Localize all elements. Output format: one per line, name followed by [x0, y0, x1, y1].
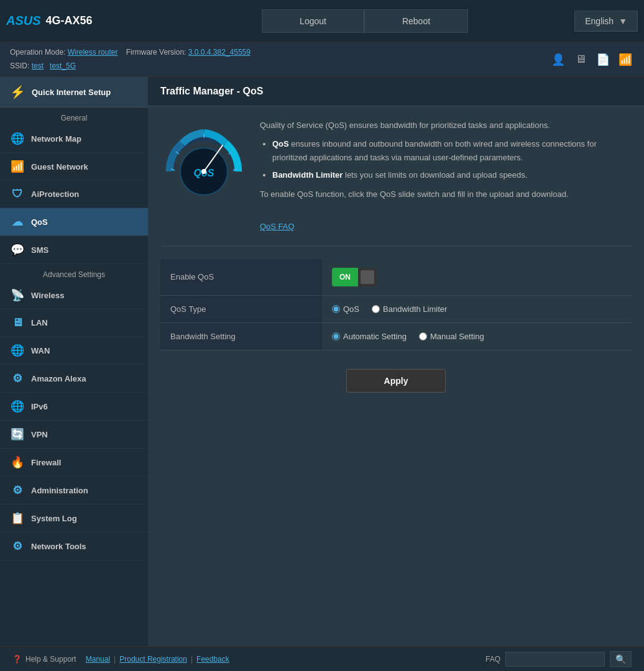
sidebar-item-label: VPN [31, 430, 48, 439]
quick-internet-setup[interactable]: ⚡ Quick Internet Setup [0, 77, 148, 107]
qos-type-qos-radio[interactable] [332, 305, 340, 313]
manual-setting-option[interactable]: Manual Setting [419, 332, 484, 341]
asus-logo: ASUS [6, 14, 41, 28]
lan-icon: 🖥 [10, 316, 25, 329]
qos-type-label: QoS Type [160, 295, 322, 322]
manual-link[interactable]: Manual [86, 655, 110, 664]
sidebar-item-label: Wireless [31, 291, 64, 300]
qos-faq-link[interactable]: QoS FAQ [260, 222, 295, 231]
auto-setting-label: Automatic Setting [343, 332, 407, 341]
manual-setting-label: Manual Setting [430, 332, 484, 341]
operation-mode-value[interactable]: Wireless router [68, 48, 118, 57]
qos-type-bandwidth-radio[interactable] [372, 305, 380, 313]
ssid5g-value[interactable]: test_5G [50, 62, 76, 70]
apply-button-container: Apply [160, 363, 632, 405]
signal-icon: 📶 [617, 51, 634, 68]
content-inner: QoS Quality of Service (QoS) ensures ban… [148, 106, 644, 418]
qos-bullet1: QoS ensures inbound and outbound bandwid… [272, 137, 632, 165]
sidebar-item-label: Network Tools [31, 542, 86, 551]
sidebar-item-administration[interactable]: ⚙ Administration [0, 477, 148, 504]
sidebar-item-label: Network Map [31, 134, 81, 144]
sidebar-item-wan[interactable]: 🌐 WAN [0, 337, 148, 365]
info-bar: Operation Mode: Wireless router Firmware… [0, 42, 644, 77]
product-registration-link[interactable]: Product Registration [119, 655, 187, 664]
logo-area: ASUS 4G-AX56 [6, 14, 155, 28]
ssid-value[interactable]: test [32, 62, 44, 70]
administration-icon: ⚙ [10, 483, 25, 497]
qos-bullet2: Bandwidth Limiter lets you set limits on… [272, 168, 632, 182]
monitor-icon: 🖥 [572, 51, 589, 68]
sidebar-item-wireless[interactable]: 📡 Wireless [0, 281, 148, 309]
top-buttons: Logout Reboot [155, 9, 574, 33]
qos-image: QoS [160, 119, 247, 199]
language-label: English [585, 16, 614, 26]
ipv6-icon: 🌐 [10, 399, 25, 413]
top-bar: ASUS 4G-AX56 Logout Reboot English ▼ [0, 0, 644, 42]
enable-note: To enable QoS function, click the QoS sl… [260, 188, 632, 201]
sidebar-item-label: IPv6 [31, 402, 48, 411]
sidebar-item-label: System Log [31, 514, 77, 523]
firewall-icon: 🔥 [10, 455, 25, 469]
qos-description: Quality of Service (QoS) ensures bandwid… [260, 119, 632, 234]
qos-icon: ☁ [10, 215, 25, 229]
qos-type-qos-option[interactable]: QoS [332, 304, 359, 314]
footer-sep3: | [191, 655, 193, 664]
faq-search-button[interactable]: 🔍 [610, 651, 632, 667]
sidebar-item-label: WAN [31, 346, 50, 355]
auto-setting-radio[interactable] [332, 332, 340, 340]
bandwidth-setting-row: Bandwidth Setting Automatic Setting Manu… [160, 322, 632, 350]
footer: ❓ Help & Support Manual | Product Regist… [0, 646, 644, 671]
vpn-icon: 🔄 [10, 427, 25, 441]
help-support-label: Help & Support [25, 655, 76, 664]
sidebar-item-label: AiProtection [31, 189, 79, 199]
ssid-label: SSID: [10, 62, 29, 70]
operation-mode-label: Operation Mode: [10, 48, 65, 57]
bandwidth-setting-label: Bandwidth Setting [160, 322, 322, 350]
apply-button[interactable]: Apply [346, 369, 446, 393]
enable-qos-toggle[interactable]: ON [332, 268, 377, 286]
sidebar-item-amazon-alexa[interactable]: ⚙ Amazon Alexa [0, 365, 148, 393]
user-icon: 👤 [550, 51, 567, 68]
footer-sep1 [80, 655, 81, 664]
sidebar-item-qos[interactable]: ☁ QoS [0, 208, 148, 236]
sidebar-item-label: QoS [31, 217, 48, 227]
reboot-button[interactable]: Reboot [364, 9, 468, 33]
sidebar-item-label: LAN [31, 318, 48, 327]
sidebar-item-label: Administration [31, 486, 88, 495]
sidebar-item-sms[interactable]: 💬 SMS [0, 236, 148, 264]
status-icons: 👤 🖥 📄 📶 [550, 51, 634, 68]
feedback-link[interactable]: Feedback [196, 655, 229, 664]
content-area: Traffic Manager - QoS [148, 77, 644, 646]
firmware-value[interactable]: 3.0.0.4.382_45559 [188, 48, 251, 57]
sidebar-item-ipv6[interactable]: 🌐 IPv6 [0, 393, 148, 421]
toggle-knob [361, 270, 374, 284]
sidebar-item-lan[interactable]: 🖥 LAN [0, 309, 148, 337]
sidebar-item-system-log[interactable]: 📋 System Log [0, 504, 148, 532]
sidebar-item-vpn[interactable]: 🔄 VPN [0, 421, 148, 449]
general-section-label: General [0, 107, 148, 125]
sidebar-item-firewall[interactable]: 🔥 Firewall [0, 449, 148, 477]
sidebar-item-label: Firewall [31, 458, 61, 467]
sidebar-item-guest-network[interactable]: 📶 Guest Network [0, 153, 148, 181]
sidebar-item-network-tools[interactable]: ⚙ Network Tools [0, 532, 148, 560]
faq-search-input[interactable] [505, 652, 605, 667]
toggle-on-label: ON [332, 268, 358, 286]
sidebar-item-network-map[interactable]: 🌐 Network Map [0, 125, 148, 153]
qos-type-radio-group: QoS Bandwidth Limiter [332, 304, 622, 314]
enable-qos-label: Enable QoS [160, 259, 322, 296]
faq-label: FAQ [485, 655, 500, 664]
auto-setting-option[interactable]: Automatic Setting [332, 332, 407, 341]
settings-table: Enable QoS ON QoS Type [160, 259, 632, 350]
amazon-alexa-icon: ⚙ [10, 372, 25, 385]
system-log-icon: 📋 [10, 511, 25, 525]
language-selector[interactable]: English ▼ [574, 11, 638, 32]
logout-button[interactable]: Logout [262, 9, 364, 33]
model-name: 4G-AX56 [46, 14, 93, 27]
advanced-section-label: Advanced Settings [0, 264, 148, 281]
manual-setting-radio[interactable] [419, 332, 427, 340]
qos-type-bandwidth-option[interactable]: Bandwidth Limiter [372, 304, 447, 314]
sidebar-item-label: Amazon Alexa [31, 374, 86, 383]
svg-point-3 [201, 169, 206, 174]
system-info: Operation Mode: Wireless router Firmware… [10, 46, 251, 73]
sidebar-item-aiprotection[interactable]: 🛡 AiProtection [0, 181, 148, 208]
